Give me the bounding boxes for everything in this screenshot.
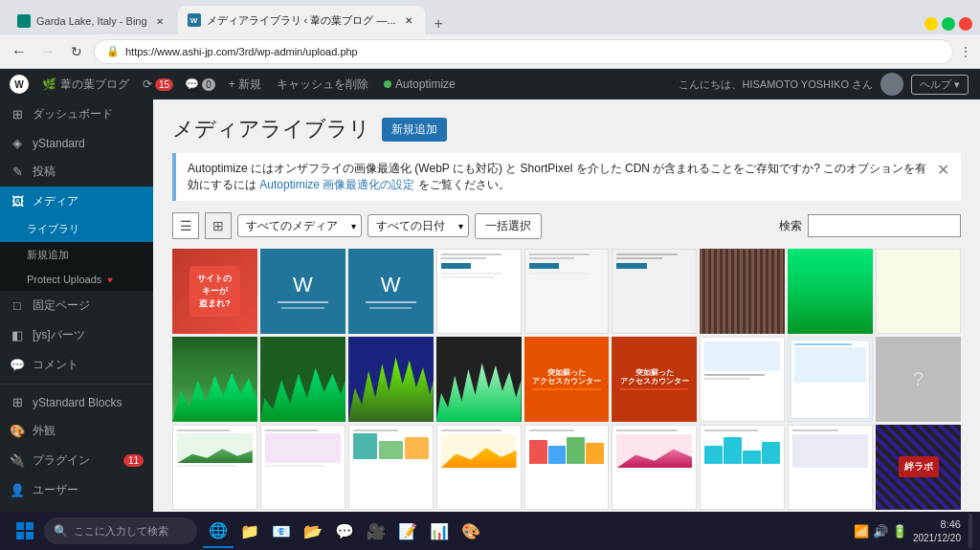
media-item-10[interactable] — [172, 337, 257, 422]
media-item-25[interactable] — [700, 425, 785, 510]
sidebar-item-add-new-media[interactable]: 新規追加 — [0, 242, 153, 268]
adminbar-site-name[interactable]: 🌿 葦の葉ブログ — [34, 69, 137, 99]
media-item-6[interactable] — [612, 249, 697, 334]
taskbar-clock[interactable]: 8:46 2021/12/20 — [913, 517, 961, 543]
select-all-button[interactable]: 一括選択 — [475, 213, 542, 239]
address-bar[interactable]: 🔒 https://www.ashi-jp.com/3rd/wp-admin/u… — [94, 39, 953, 64]
sidebar-item-users[interactable]: 👤 ユーザー — [0, 475, 153, 505]
maximize-button[interactable] — [942, 17, 955, 31]
sidebar-item-library[interactable]: ライブラリ — [0, 216, 153, 242]
tab2-close[interactable]: ✕ — [402, 13, 415, 27]
media-item-9[interactable] — [876, 249, 961, 334]
taskbar-apps: 🌐 📁 📧 📂 💬 🎥 📝 📊 🎨 — [203, 514, 486, 548]
notice-close-button[interactable]: ✕ — [937, 161, 949, 179]
sidebar-item-dashboard[interactable]: ⊞ ダッシュボード — [0, 99, 153, 129]
media-item-17[interactable] — [788, 337, 873, 422]
taskbar: 🔍 ここに入力して検索 🌐 📁 📧 📂 💬 🎥 📝 📊 🎨 — [0, 512, 980, 550]
close-button[interactable] — [959, 17, 972, 31]
adminbar-comments[interactable]: 💬 0 — [179, 69, 221, 99]
sidebar-item-protect-uploads[interactable]: Protect Uploads ♥ — [0, 268, 153, 291]
media-icon: 🖼 — [10, 194, 25, 209]
sidebar-item-posts[interactable]: ✎ 投稿 — [0, 157, 153, 187]
filter-media-wrapper: すべてのメディア ▾ — [237, 214, 362, 237]
sidebar-divider-1 — [0, 384, 153, 385]
help-button[interactable]: ヘルプ ▾ — [911, 75, 969, 95]
filter-media-select[interactable]: すべてのメディア — [237, 214, 362, 237]
view-grid-button[interactable]: ⊞ — [205, 212, 232, 239]
media-item-20[interactable] — [260, 425, 345, 510]
taskbar-app-edge[interactable]: 🌐 — [203, 514, 234, 548]
browser-tab-2[interactable]: W メディアライブラリ ‹ 葦の葉ブログ —... ✕ — [178, 6, 425, 34]
media-item-7[interactable] — [700, 249, 785, 334]
battery-icon[interactable]: 🔋 — [892, 524, 907, 539]
media-item-14[interactable]: 突如蘇ったアクセスカウンター — [524, 337, 610, 422]
media-item-26[interactable] — [788, 425, 873, 510]
media-item-18[interactable]: ? — [876, 337, 961, 422]
taskbar-app-word[interactable]: 📝 — [392, 514, 423, 548]
network-icon[interactable]: 📶 — [854, 524, 869, 539]
sidebar-item-ystandard-blocks[interactable]: ⊞ yStandard Blocks — [0, 388, 153, 416]
taskbar-app-zoom[interactable]: 🎥 — [361, 514, 391, 548]
taskbar-right: 📶 🔊 🔋 8:46 2021/12/20 — [854, 514, 972, 548]
media-item-3[interactable]: W — [348, 249, 434, 334]
search-input[interactable] — [808, 214, 961, 237]
sidebar-item-ystandard[interactable]: ◈ yStandard — [0, 129, 153, 157]
browser-tab-1[interactable]: Garda Lake, Italy - Bing ✕ — [8, 8, 176, 34]
sidebar-item-media[interactable]: 🖼 メディア — [0, 187, 153, 216]
taskbar-app-illustrator[interactable]: 🎨 — [456, 514, 486, 548]
media-item-19[interactable] — [172, 425, 257, 510]
media-item-24[interactable] — [612, 425, 697, 510]
filter-date-select[interactable]: すべての日付 — [368, 214, 469, 237]
media-item-15[interactable]: 突如蘇ったアクセスカウンター — [612, 337, 697, 422]
media-item-23[interactable] — [524, 425, 610, 510]
sidebar-item-plugins[interactable]: 🔌 プラグイン 11 — [0, 446, 153, 475]
wp-sidebar: ⊞ ダッシュボード ◈ yStandard ✎ 投稿 🖼 メディア — [0, 99, 153, 550]
adminbar-updates[interactable]: ⟳ 15 — [137, 69, 179, 99]
adminbar-wp-logo[interactable]: W — [4, 69, 34, 99]
sidebar-item-appearance[interactable]: 🎨 外観 — [0, 416, 153, 446]
media-item-11[interactable] — [260, 337, 345, 422]
sidebar-item-pages[interactable]: □ 固定ページ — [0, 291, 153, 320]
reload-button[interactable]: ↻ — [65, 40, 88, 63]
tab1-close[interactable]: ✕ — [153, 14, 167, 28]
taskbar-app-excel[interactable]: 📊 — [424, 514, 455, 548]
sidebar-item-comments[interactable]: 💬 コメント — [0, 350, 153, 380]
media-item-13[interactable] — [436, 337, 522, 422]
filezilla-icon: 📂 — [303, 522, 323, 540]
add-new-button[interactable]: 新規追加 — [382, 118, 447, 142]
adminbar-cache[interactable]: キャッシュを削除 — [269, 69, 376, 99]
minimize-button[interactable] — [924, 17, 938, 31]
adminbar-autoptimize[interactable]: Autoptimize — [376, 69, 463, 99]
media-item-12[interactable] — [348, 337, 434, 422]
taskbar-app-explorer[interactable]: 📁 — [234, 514, 265, 548]
adminbar-new[interactable]: + 新規 — [221, 69, 269, 99]
taskbar-app-mail[interactable]: 📧 — [266, 514, 297, 548]
autoptimize-link[interactable]: Autoptimize 画像最適化の設定 — [259, 178, 414, 191]
address-bar-row: ← → ↻ 🔒 https://www.ashi-jp.com/3rd/wp-a… — [0, 34, 980, 69]
media-item-4[interactable] — [436, 249, 522, 334]
excel-icon: 📊 — [430, 522, 449, 540]
url-text: https://www.ashi-jp.com/3rd/wp-admin/upl… — [125, 46, 941, 57]
media-item-8[interactable] — [788, 249, 873, 334]
window-controls — [924, 17, 972, 31]
start-button[interactable] — [8, 514, 42, 548]
forward-button[interactable]: → — [36, 40, 59, 63]
media-item-22[interactable] — [436, 425, 522, 510]
taskbar-search[interactable]: 🔍 ここに入力して検索 — [44, 517, 197, 544]
sidebar-item-ys-parts[interactable]: ◧ [ys]パーツ — [0, 320, 153, 350]
media-item-2[interactable]: W — [260, 249, 345, 334]
volume-icon[interactable]: 🔊 — [873, 524, 888, 539]
autoptimize-notice: Autoptimize にはオンザフライの画像最適化 (WebP にも対応) と… — [172, 153, 961, 201]
taskbar-app-slack[interactable]: 💬 — [329, 514, 360, 548]
media-item-27[interactable]: 絆ラボ — [876, 425, 961, 510]
media-item-21[interactable] — [348, 425, 434, 510]
back-button[interactable]: ← — [8, 40, 31, 63]
media-item-16[interactable] — [700, 337, 785, 422]
extensions-button[interactable]: ⋮ — [959, 44, 972, 59]
taskbar-app-filezilla[interactable]: 📂 — [298, 514, 328, 548]
view-list-button[interactable]: ☰ — [172, 212, 199, 239]
show-desktop[interactable] — [969, 514, 972, 548]
media-item-5[interactable] — [524, 249, 610, 334]
new-tab-button[interactable]: + — [427, 15, 451, 33]
media-item-1[interactable]: サイトのキーが盗まれ? — [172, 249, 257, 334]
